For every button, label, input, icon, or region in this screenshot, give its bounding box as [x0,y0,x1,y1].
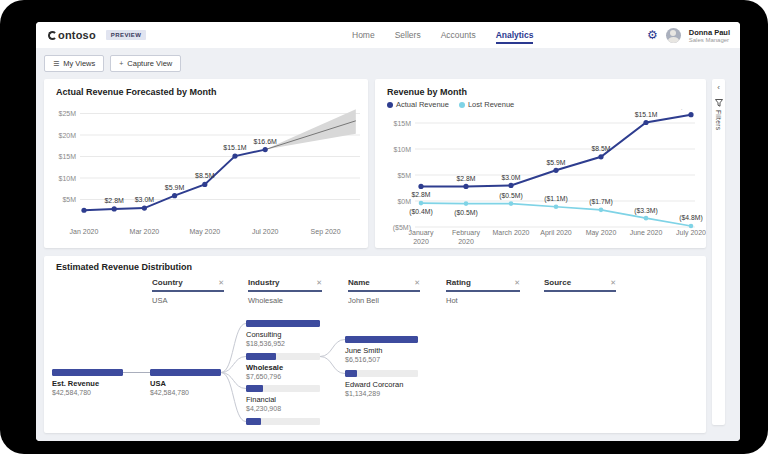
svg-text:$2.8M: $2.8M [104,197,124,204]
close-icon[interactable]: ✕ [218,279,224,286]
svg-text:May 2020: May 2020 [586,229,617,237]
tree-bar-fill [246,385,263,392]
legend-dot-icon [387,102,393,108]
tree-filter-industry: Industry✕Wholesale [248,278,322,305]
legend-item-0[interactable]: Actual Revenue [387,100,449,109]
tree-bar[interactable] [345,336,418,343]
svg-text:$10M: $10M [393,146,411,153]
svg-text:$3.0M: $3.0M [502,174,521,181]
nav-item-home[interactable]: Home [352,26,375,44]
svg-text:$0M: $0M [397,198,411,205]
filter-name: Industry [248,278,280,287]
tree-node-edward-corcoran[interactable]: Edward Corcoran$1,134,289 [345,370,418,397]
filter-name: Country [152,278,183,287]
revenue-chart-card: Revenue by Month Actual RevenueLost Reve… [375,79,706,248]
tree-node-value: $1,134,289 [345,390,418,397]
gear-icon[interactable]: ⚙ [647,29,658,41]
svg-text:$3.0M: $3.0M [135,196,155,203]
nav-item-analytics[interactable]: Analytics [496,26,534,44]
tree-node-label: Financial [246,395,320,404]
tree-node-value: $4,230,908 [246,405,320,412]
user-info[interactable]: Donna Paul Sales Manager [689,28,730,43]
tree-node-value: $7,650,796 [246,373,320,380]
tree-node-label: Wholesale [246,363,320,372]
svg-text:$16.6M: $16.6M [254,138,278,145]
svg-text:June 2020: June 2020 [630,229,663,236]
forecast-chart-card: Actual Revenue Forecasted by Month $25M$… [44,79,368,248]
filter-value: John Bell [348,296,420,305]
tree-node-value: $42,584,780 [150,389,221,396]
my-views-label: My Views [63,59,95,68]
tree-node-clipped[interactable] [246,418,320,425]
user-role: Sales Manager [689,37,730,43]
svg-text:($0.4M): ($0.4M) [409,208,432,216]
tree-bar-fill [345,336,418,343]
revenue-chart-legend: Actual RevenueLost Revenue [375,97,706,109]
svg-text:($3.3M): ($3.3M) [634,207,657,215]
svg-text:$15M: $15M [58,153,76,160]
screenshot-frame: ontoso PREVIEW HomeSellersAccountsAnalyt… [0,0,768,454]
legend-dot-icon [459,102,465,108]
tree-bar-fill [345,370,357,377]
tree-node-est-revenue[interactable]: Est. Revenue$42,584,780 [52,369,123,396]
tree-bar-fill [246,353,276,360]
tree-bar-fill [246,320,320,327]
filters-rail[interactable]: ‹ Filters [712,79,725,425]
svg-text:March 2020: March 2020 [493,229,530,236]
tree-bar[interactable] [246,418,320,425]
tree-bar[interactable] [345,370,418,377]
forecast-line-chart[interactable]: $25M$20M$15M$10M$5M$2.8M$3.0M$5.9M$8.5M$… [44,97,368,239]
funnel-icon[interactable] [715,99,723,107]
svg-text:$2.8M: $2.8M [457,175,476,182]
tree-node-label: Edward Corcoran [345,380,418,389]
svg-text:April 2020: April 2020 [540,229,572,237]
tree-bar[interactable] [246,353,320,360]
filter-value: USA [152,296,224,305]
contoso-logo-ring-icon [48,31,57,40]
close-icon[interactable]: ✕ [514,279,520,286]
tree-bar[interactable] [150,369,221,376]
chevron-left-icon[interactable]: ‹ [717,84,720,92]
close-icon[interactable]: ✕ [610,279,616,286]
distribution-tree-title: Estimated Revenue Distribution [44,256,706,272]
tree-filter-name: Name✕John Bell [348,278,420,305]
svg-text:$15.1M: $15.1M [635,111,658,118]
close-icon[interactable]: ✕ [316,279,322,286]
svg-text:$15M: $15M [393,120,411,127]
tree-node-june-smith[interactable]: June Smith$6,516,507 [345,336,418,363]
revenue-chart-title: Revenue by Month [375,79,706,97]
avatar-head [670,30,676,36]
tree-node-value: $42,584,780 [52,389,123,396]
avatar[interactable] [666,28,681,43]
top-bar: ontoso PREVIEW HomeSellersAccountsAnalyt… [36,22,740,48]
svg-text:$2.8M: $2.8M [412,191,431,198]
svg-text:($1.7M): ($1.7M) [589,198,612,206]
tree-node-wholesale[interactable]: Wholesale$7,650,796 [246,353,320,380]
tree-bar[interactable] [246,385,320,392]
content-area: ☰ My Views + Capture View Actual Revenue… [36,48,740,441]
main-nav: HomeSellersAccountsAnalytics [352,22,533,48]
capture-view-label: Capture View [127,59,172,68]
tree-node-label: USA [150,379,221,388]
tree-node-consulting[interactable]: Consulting$18,536,952 [246,320,320,347]
preview-badge: PREVIEW [106,30,146,40]
filter-value: Wholesale [248,296,322,305]
tree-filter-country: Country✕USA [152,278,224,305]
filter-value: Hot [446,296,520,305]
svg-text:$5.9M: $5.9M [547,159,566,166]
tree-node-usa[interactable]: USA$42,584,780 [150,369,221,396]
close-icon[interactable]: ✕ [414,279,420,286]
contoso-logo-text: ontoso [58,29,96,41]
tree-node-financial[interactable]: Financial$4,230,908 [246,385,320,412]
legend-item-1[interactable]: Lost Revenue [459,100,514,109]
contoso-logo[interactable]: ontoso [48,29,96,41]
capture-view-button[interactable]: + Capture View [110,55,181,72]
nav-item-accounts[interactable]: Accounts [441,26,476,44]
tree-bar[interactable] [52,369,123,376]
nav-item-sellers[interactable]: Sellers [395,26,421,44]
tree-bar[interactable] [246,320,320,327]
tree-bar-fill [150,369,221,376]
revenue-line-chart[interactable]: $15M$10M$5M$0M($5M)$2.8M$2.8M$3.0M$5.9M$… [375,109,706,246]
my-views-button[interactable]: ☰ My Views [44,55,104,72]
svg-text:Mar 2020: Mar 2020 [130,228,160,235]
